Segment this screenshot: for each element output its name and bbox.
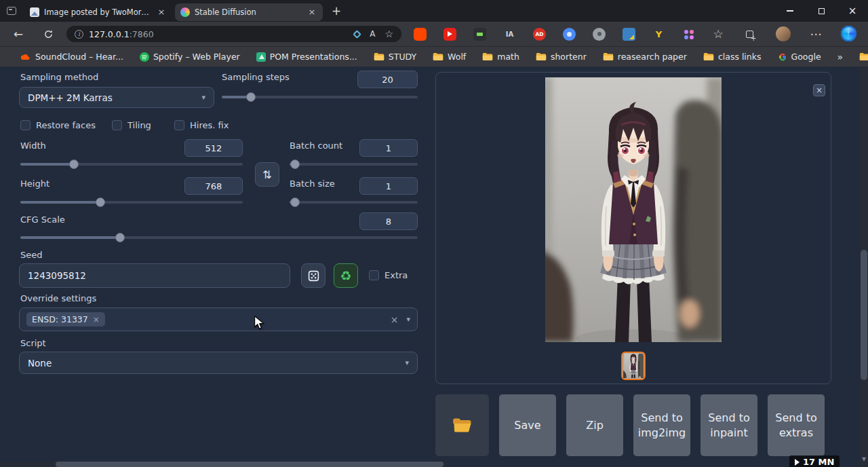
minimize-button[interactable]: [774, 0, 806, 22]
tab-close-icon[interactable]: ×: [156, 7, 167, 17]
swap-dimensions-button[interactable]: ⇅: [255, 162, 279, 187]
tab-actions-icon[interactable]: [0, 0, 23, 22]
slider-handle[interactable]: [115, 233, 125, 242]
sampling-steps-slider[interactable]: [222, 92, 418, 102]
batch-count-input[interactable]: 1: [359, 139, 418, 157]
shopping-tag-icon[interactable]: [353, 30, 361, 39]
extension-icon[interactable]: [443, 28, 456, 41]
script-dropdown[interactable]: None ▾: [19, 352, 418, 374]
checkbox[interactable]: [20, 120, 31, 130]
extension-icon[interactable]: [623, 28, 635, 41]
checkbox[interactable]: [174, 120, 184, 130]
bookmarks-bar: SoundCloud – Hear... Spotify – Web Playe…: [0, 46, 868, 67]
close-preview-icon[interactable]: ×: [813, 84, 825, 96]
collections-icon[interactable]: [739, 22, 760, 46]
extension-icon[interactable]: Y: [652, 28, 665, 41]
bookmark-item[interactable]: Google: [778, 52, 821, 62]
back-button[interactable]: ←: [8, 22, 28, 46]
bookmark-label: shortenr: [551, 52, 587, 62]
send-to-img2img-button[interactable]: Send to img2img: [633, 394, 690, 456]
width-slider[interactable]: [20, 160, 243, 169]
slider-handle[interactable]: [69, 160, 79, 169]
width-input[interactable]: 512: [184, 139, 243, 157]
cfg-scale-slider[interactable]: [20, 233, 418, 242]
scrollbar-thumb[interactable]: [861, 250, 867, 380]
batch-size-slider[interactable]: [290, 198, 418, 207]
slider-handle[interactable]: [290, 198, 300, 207]
checkbox[interactable]: [369, 270, 379, 280]
horizontal-scrollbar[interactable]: [0, 462, 446, 467]
extra-seed-checkbox[interactable]: Extra: [369, 270, 408, 280]
checkbox[interactable]: [112, 120, 122, 130]
random-seed-dice-button[interactable]: [301, 263, 326, 288]
extension-icon[interactable]: [593, 28, 606, 41]
extension-icon[interactable]: [414, 28, 427, 41]
seed-input[interactable]: 1243095812: [19, 263, 290, 288]
reuse-seed-recycle-button[interactable]: ♻: [334, 263, 358, 288]
extension-icon[interactable]: [563, 28, 576, 41]
slider-handle[interactable]: [246, 92, 256, 102]
generated-image[interactable]: [545, 77, 722, 342]
tab-close-icon[interactable]: ×: [307, 7, 317, 17]
new-tab-button[interactable]: +: [327, 1, 346, 20]
open-folder-button[interactable]: [435, 394, 489, 456]
browser-tab-stable-diffusion[interactable]: Stable Diffusion ×: [175, 3, 323, 21]
bookmark-item[interactable]: POM Presentations...: [256, 52, 357, 62]
height-input[interactable]: 768: [184, 177, 243, 195]
bookmark-folder[interactable]: Wolf: [433, 52, 466, 62]
bookmarks-overflow-chevron-icon[interactable]: »: [837, 52, 844, 62]
extension-icon[interactable]: IA: [503, 28, 516, 41]
extension-icon[interactable]: [473, 28, 486, 41]
other-favorites-folder[interactable]: Other favorites: [859, 52, 868, 62]
thumbnail-selected[interactable]: [621, 352, 646, 380]
tiling-checkbox[interactable]: Tiling: [112, 120, 151, 130]
send-to-inpaint-button[interactable]: Send to inpaint: [701, 394, 757, 456]
save-button[interactable]: Save: [499, 394, 556, 456]
batch-size-input[interactable]: 1: [359, 177, 418, 195]
batch-count-slider[interactable]: [290, 160, 418, 169]
browser-tab-image-post[interactable]: Image posted by TwoMoreTimes... ×: [24, 3, 172, 21]
bookmark-item[interactable]: SoundCloud – Hear...: [20, 52, 123, 62]
bookmark-folder[interactable]: math: [482, 52, 519, 62]
add-favorite-star-icon[interactable]: ☆: [384, 29, 393, 39]
slider-handle[interactable]: [290, 160, 300, 169]
scrollbar-thumb[interactable]: [56, 462, 443, 467]
cfg-scale-input[interactable]: 8: [359, 212, 418, 230]
override-tag[interactable]: ENSD: 31337 ×: [26, 312, 105, 326]
extension-icon[interactable]: [682, 28, 695, 41]
close-window-button[interactable]: ×: [837, 0, 868, 22]
slider-handle[interactable]: [96, 198, 105, 207]
favorites-icon[interactable]: ☆: [708, 22, 728, 46]
address-bar[interactable]: i 127.0.0.1:7860 A ☆: [66, 26, 401, 42]
sampling-method-dropdown[interactable]: DPM++ 2M Karras ▾: [19, 87, 214, 108]
height-slider[interactable]: [20, 198, 243, 207]
zip-button[interactable]: Zip: [566, 394, 623, 456]
bookmark-folder[interactable]: class links: [703, 52, 762, 62]
restore-faces-checkbox[interactable]: Restore faces: [20, 120, 96, 130]
hires-fix-checkbox[interactable]: Hires. fix: [174, 120, 229, 130]
profile-avatar[interactable]: [776, 26, 791, 41]
height-label: Height: [20, 179, 50, 189]
extension-icon[interactable]: AD: [533, 28, 546, 41]
sampling-steps-input[interactable]: 20: [357, 71, 418, 88]
vertical-scrollbar[interactable]: ▼: [860, 67, 868, 467]
settings-menu-icon[interactable]: ⋯: [806, 22, 826, 46]
bookmark-label: POM Presentations...: [270, 52, 357, 62]
bookmark-folder[interactable]: shortenr: [536, 52, 587, 62]
site-info-icon[interactable]: i: [75, 30, 83, 39]
clear-all-icon[interactable]: ×: [391, 314, 399, 325]
bookmark-folder[interactable]: reasearch paper: [603, 52, 687, 62]
override-settings-input[interactable]: ENSD: 31337 × × ▾: [19, 307, 418, 331]
refresh-button[interactable]: [38, 22, 58, 46]
scroll-down-arrow-icon[interactable]: ▼: [860, 456, 868, 462]
remove-tag-icon[interactable]: ×: [93, 315, 100, 324]
bookmark-folder[interactable]: STUDY: [374, 52, 416, 62]
sampling-method-value: DPM++ 2M Karras: [28, 92, 113, 103]
read-aloud-icon[interactable]: A: [370, 29, 375, 39]
maximize-button[interactable]: [806, 0, 837, 22]
copilot-icon[interactable]: [841, 26, 856, 41]
override-settings-label: Override settings: [20, 293, 96, 303]
overlay-text: 17 MN: [803, 457, 834, 467]
send-to-extras-button[interactable]: Send to extras: [768, 394, 825, 456]
bookmark-item[interactable]: Spotify – Web Player: [140, 52, 240, 62]
